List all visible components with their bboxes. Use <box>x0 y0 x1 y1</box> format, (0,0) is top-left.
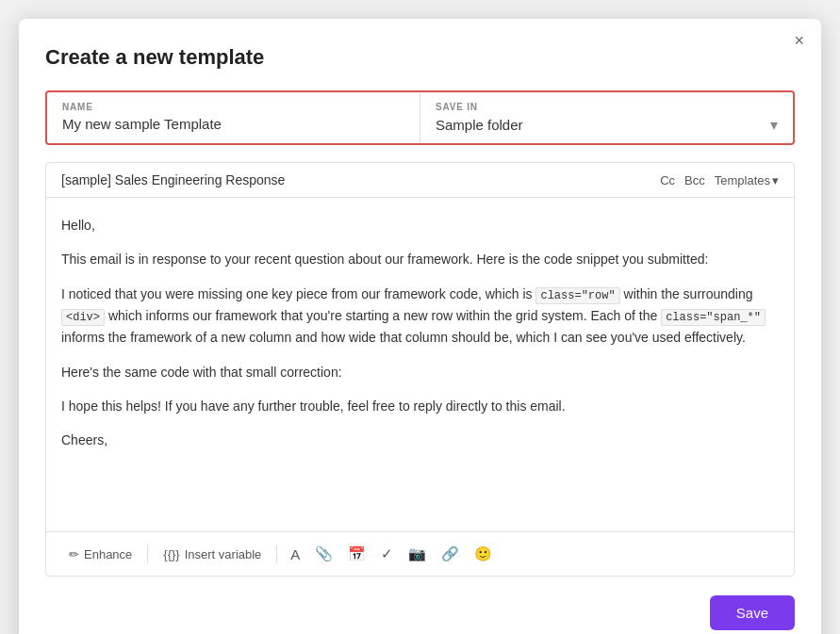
body-sign-off: Cheers, <box>61 430 779 450</box>
emoji-button[interactable]: 🙂 <box>469 542 498 566</box>
body-closing: I hope this helps! If you have any furth… <box>61 396 779 416</box>
code-snippet-3: class="span_*" <box>661 309 766 326</box>
modal-footer: Save <box>45 595 795 630</box>
modal-title: Create a new template <box>45 45 795 70</box>
link-button[interactable]: 🔗 <box>436 542 465 566</box>
email-toolbar: ✏ Enhance {{}} Insert variable A 📎 📅 ✓ 📷… <box>46 531 794 576</box>
name-value[interactable]: My new sample Template <box>62 116 404 132</box>
body-intro: This email is in response to your recent… <box>61 249 779 269</box>
email-header-actions: Cc Bcc Templates ▾ <box>660 173 779 187</box>
font-button[interactable]: A <box>285 543 305 566</box>
name-label: NAME <box>62 102 404 112</box>
close-button[interactable]: × <box>794 32 804 49</box>
email-body[interactable]: Hello, This email is in response to your… <box>46 198 794 531</box>
bcc-button[interactable]: Bcc <box>684 173 705 187</box>
email-composer: [sample] Sales Engineering Response Cc B… <box>45 162 795 577</box>
calendar-button[interactable]: 📅 <box>342 542 371 566</box>
attach-button[interactable]: 📎 <box>309 542 338 566</box>
save-in-value[interactable]: Sample folder <box>436 117 523 133</box>
body-correction: Here's the same code with that small cor… <box>61 362 779 382</box>
save-in-inner: Sample folder ▾ <box>436 116 778 134</box>
camera-button[interactable]: 📷 <box>403 542 432 566</box>
toolbar-separator-2 <box>276 545 277 563</box>
enhance-button[interactable]: ✏ Enhance <box>61 544 140 565</box>
save-in-field: SAVE IN Sample folder ▾ <box>420 92 793 143</box>
body-detail: I noticed that you were missing one key … <box>61 284 779 349</box>
email-header: [sample] Sales Engineering Response Cc B… <box>46 163 794 198</box>
templates-label: Templates <box>715 173 770 187</box>
code-snippet-2: <div> <box>61 309 105 326</box>
insert-var-icon: {{}} <box>163 547 179 561</box>
name-field: NAME My new sample Template <box>47 92 420 143</box>
name-save-row: NAME My new sample Template SAVE IN Samp… <box>45 90 795 145</box>
enhance-label: Enhance <box>84 547 132 561</box>
enhance-icon: ✏ <box>69 547 79 561</box>
insert-var-label: Insert variable <box>185 547 262 561</box>
cc-button[interactable]: Cc <box>660 173 675 187</box>
save-button[interactable]: Save <box>710 595 795 630</box>
save-in-label: SAVE IN <box>436 102 778 112</box>
templates-button[interactable]: Templates ▾ <box>715 173 779 187</box>
templates-chevron-icon: ▾ <box>772 173 779 187</box>
email-subject: [sample] Sales Engineering Response <box>61 172 285 187</box>
toolbar-separator-1 <box>147 545 148 563</box>
check-button[interactable]: ✓ <box>375 542 399 566</box>
insert-variable-button[interactable]: {{}} Insert variable <box>156 544 269 565</box>
body-greeting: Hello, <box>61 215 779 236</box>
code-snippet-1: class="row" <box>535 287 619 304</box>
chevron-down-icon[interactable]: ▾ <box>770 116 778 134</box>
modal-container: × Create a new template NAME My new samp… <box>19 19 821 634</box>
